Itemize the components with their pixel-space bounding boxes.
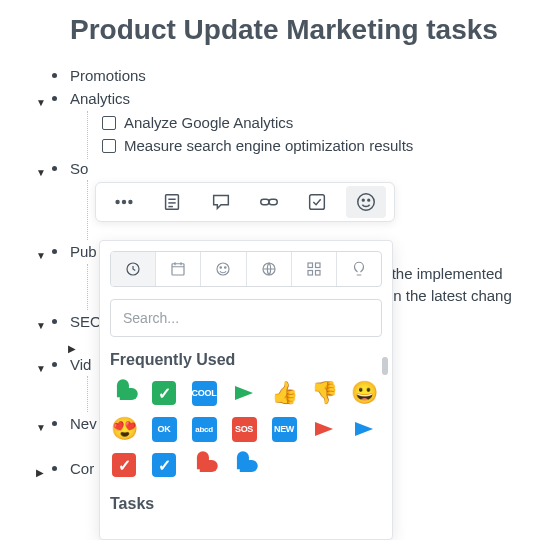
svg-rect-23 [315,263,320,268]
emoji-check-red[interactable]: ✓ [110,451,138,479]
svg-rect-25 [315,271,320,276]
item-label: Analytics [70,90,130,107]
emoji-thumbs-down[interactable]: 👎 [310,379,338,407]
svg-point-11 [362,199,364,201]
tab-objects[interactable] [337,252,381,286]
emoji-red-heart[interactable] [190,451,218,479]
emoji-grid: ✓ COOL 👍 👎 😀 😍 OK abcd SOS NEW ✓ ✓ [110,379,382,479]
bullet-icon [52,421,57,426]
svg-rect-14 [172,264,184,275]
emoji-flag-blue[interactable] [350,415,378,443]
item-label: Measure search engine optimization resul… [124,137,413,154]
emoji-heart-eyes[interactable]: 😍 [110,415,138,443]
category-tabs [110,251,382,287]
bullet-icon [52,319,57,324]
checkbox[interactable] [102,139,116,153]
note-button[interactable] [152,186,192,218]
list-item[interactable]: Promotions [30,64,540,87]
emoji-flag-red[interactable] [310,415,338,443]
emoji-ok[interactable]: OK [150,415,178,443]
chevron-down-icon[interactable] [36,318,46,334]
tab-recent[interactable] [111,252,156,286]
emoji-abcd[interactable]: abcd [190,415,218,443]
item-label: Vid [70,356,91,373]
tab-smileys[interactable] [201,252,246,286]
svg-point-2 [129,201,132,204]
bullet-icon [52,96,57,101]
emoji-picker: Frequently Used ✓ COOL 👍 👎 😀 😍 OK abcd S… [99,240,393,540]
item-label: Analyze Google Analytics [124,114,293,131]
section-heading-tasks: Tasks [110,495,382,513]
svg-rect-8 [269,199,277,205]
svg-rect-24 [308,271,313,276]
list-item[interactable]: Measure search engine optimization resul… [62,134,540,157]
bullet-icon [52,249,57,254]
link-button[interactable] [249,186,289,218]
emoji-cool[interactable]: COOL [190,379,218,407]
list-item[interactable]: Analytics [30,87,540,110]
tab-calendar[interactable] [156,252,201,286]
item-label: Promotions [70,67,146,84]
svg-rect-9 [310,195,325,210]
emoji-grin[interactable]: 😀 [350,379,378,407]
svg-point-19 [220,267,222,269]
item-label: SEO [70,313,102,330]
emoji-button[interactable] [346,186,386,218]
emoji-green-heart[interactable] [110,379,138,407]
list-item[interactable]: Analyze Google Analytics [62,111,540,134]
svg-rect-22 [308,263,313,268]
emoji-new[interactable]: NEW [270,415,298,443]
tab-activity[interactable] [247,252,292,286]
svg-rect-7 [261,199,269,205]
scrollbar-thumb[interactable] [382,357,388,375]
comment-button[interactable] [201,186,241,218]
item-label: Nev [70,415,97,432]
list-item[interactable]: So [30,157,540,180]
emoji-flag-green[interactable] [230,379,258,407]
svg-point-20 [225,267,227,269]
guide-line [87,264,88,310]
task-button[interactable] [297,186,337,218]
emoji-check-blue[interactable]: ✓ [150,451,178,479]
item-label: Cor [70,460,94,477]
more-button[interactable] [104,186,144,218]
svg-point-0 [116,201,119,204]
tab-symbols[interactable] [292,252,337,286]
item-label: Pub [70,243,97,260]
search-input[interactable] [110,299,382,337]
item-label: So [70,160,88,177]
formatting-toolbar [95,182,395,222]
chevron-down-icon[interactable] [36,361,46,377]
chevron-down-icon[interactable] [36,420,46,436]
chevron-right-icon[interactable] [36,465,44,481]
guide-line [87,180,88,240]
svg-point-12 [368,199,370,201]
chevron-down-icon[interactable] [36,165,46,181]
chevron-down-icon[interactable] [36,95,46,111]
bullet-icon [52,73,57,78]
bullet-icon [52,466,57,471]
section-heading-frequent: Frequently Used [110,351,382,369]
svg-point-10 [358,194,375,211]
emoji-blue-heart[interactable] [230,451,258,479]
page-title: Product Update Marketing tasks [70,14,540,46]
checkbox[interactable] [102,116,116,130]
emoji-thumbs-up[interactable]: 👍 [270,379,298,407]
emoji-sos[interactable]: SOS [230,415,258,443]
svg-point-1 [123,201,126,204]
bullet-icon [52,362,57,367]
guide-line [87,376,88,412]
bullet-icon [52,166,57,171]
chevron-down-icon[interactable] [36,248,46,264]
emoji-check-green[interactable]: ✓ [150,379,178,407]
